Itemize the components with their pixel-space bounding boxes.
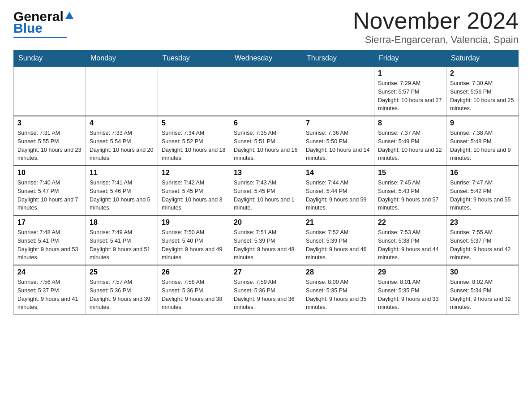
logo-divider [13, 37, 67, 38]
day-number: 2 [450, 69, 515, 77]
day-info: Sunrise: 7:48 AMSunset: 5:41 PMDaylight:… [17, 228, 82, 262]
calendar-cell: 19Sunrise: 7:50 AMSunset: 5:40 PMDayligh… [158, 215, 230, 265]
day-number: 14 [306, 169, 370, 177]
day-number: 18 [90, 218, 154, 227]
day-info: Sunrise: 7:31 AMSunset: 5:55 PMDaylight:… [17, 129, 82, 163]
day-info: Sunrise: 7:50 AMSunset: 5:40 PMDaylight:… [162, 228, 226, 262]
calendar-cell: 12Sunrise: 7:42 AMSunset: 5:45 PMDayligh… [158, 166, 230, 215]
day-info: Sunrise: 7:59 AMSunset: 5:36 PMDaylight:… [234, 278, 298, 312]
day-number: 29 [378, 268, 442, 276]
day-info: Sunrise: 7:34 AMSunset: 5:52 PMDaylight:… [162, 129, 226, 163]
day-info: Sunrise: 7:30 AMSunset: 5:56 PMDaylight:… [450, 79, 515, 113]
location: Sierra-Engarceran, Valencia, Spain [353, 34, 519, 46]
calendar-cell: 13Sunrise: 7:43 AMSunset: 5:45 PMDayligh… [230, 166, 302, 215]
day-number: 24 [17, 268, 82, 276]
calendar-cell: 18Sunrise: 7:49 AMSunset: 5:41 PMDayligh… [86, 215, 158, 265]
day-info: Sunrise: 7:45 AMSunset: 5:43 PMDaylight:… [378, 179, 442, 212]
calendar-cell: 6Sunrise: 7:35 AMSunset: 5:51 PMDaylight… [230, 116, 302, 166]
calendar-header-sunday: Sunday [14, 51, 86, 67]
calendar-cell: 27Sunrise: 7:59 AMSunset: 5:36 PMDayligh… [230, 265, 302, 315]
page-header: General Blue November 2024 Sierra-Engarc… [13, 9, 519, 46]
day-info: Sunrise: 7:51 AMSunset: 5:39 PMDaylight:… [234, 228, 298, 262]
calendar-cell: 29Sunrise: 8:01 AMSunset: 5:35 PMDayligh… [374, 265, 446, 315]
day-info: Sunrise: 8:00 AMSunset: 5:35 PMDaylight:… [306, 278, 370, 312]
day-info: Sunrise: 7:37 AMSunset: 5:49 PMDaylight:… [378, 129, 442, 163]
calendar-week-row: 3Sunrise: 7:31 AMSunset: 5:55 PMDaylight… [14, 116, 519, 166]
day-number: 1 [378, 69, 442, 77]
logo: General Blue [13, 9, 74, 38]
calendar-header-saturday: Saturday [446, 51, 519, 67]
day-info: Sunrise: 7:35 AMSunset: 5:51 PMDaylight:… [234, 129, 298, 163]
calendar-cell: 2Sunrise: 7:30 AMSunset: 5:56 PMDaylight… [446, 66, 519, 116]
calendar-cell: 5Sunrise: 7:34 AMSunset: 5:52 PMDaylight… [158, 116, 230, 166]
calendar-header-friday: Friday [374, 51, 446, 67]
day-number: 26 [162, 268, 226, 276]
calendar-header-monday: Monday [86, 51, 158, 67]
day-number: 3 [17, 119, 82, 127]
calendar-cell [302, 66, 374, 116]
day-number: 6 [234, 119, 298, 127]
logo-blue: Blue [13, 21, 43, 36]
day-number: 22 [378, 218, 442, 227]
day-info: Sunrise: 7:33 AMSunset: 5:54 PMDaylight:… [90, 129, 154, 163]
day-number: 20 [234, 218, 298, 227]
calendar-cell: 10Sunrise: 7:40 AMSunset: 5:47 PMDayligh… [14, 166, 86, 215]
calendar-cell [86, 66, 158, 116]
day-info: Sunrise: 7:41 AMSunset: 5:46 PMDaylight:… [90, 179, 154, 212]
day-number: 21 [306, 218, 370, 227]
day-number: 25 [90, 268, 154, 276]
calendar-cell: 4Sunrise: 7:33 AMSunset: 5:54 PMDaylight… [86, 116, 158, 166]
day-number: 7 [306, 119, 370, 127]
calendar-week-row: 17Sunrise: 7:48 AMSunset: 5:41 PMDayligh… [14, 215, 519, 265]
day-info: Sunrise: 7:29 AMSunset: 5:57 PMDaylight:… [378, 79, 442, 113]
calendar-cell: 1Sunrise: 7:29 AMSunset: 5:57 PMDaylight… [374, 66, 446, 116]
calendar-cell: 20Sunrise: 7:51 AMSunset: 5:39 PMDayligh… [230, 215, 302, 265]
calendar-cell [158, 66, 230, 116]
day-number: 19 [162, 218, 226, 227]
calendar-cell: 23Sunrise: 7:55 AMSunset: 5:37 PMDayligh… [446, 215, 519, 265]
day-number: 8 [378, 119, 442, 127]
svg-marker-0 [65, 12, 73, 19]
calendar-cell: 14Sunrise: 7:44 AMSunset: 5:44 PMDayligh… [302, 166, 374, 215]
day-number: 23 [450, 218, 515, 227]
day-number: 17 [17, 218, 82, 227]
day-number: 9 [450, 119, 515, 127]
calendar-cell: 15Sunrise: 7:45 AMSunset: 5:43 PMDayligh… [374, 166, 446, 215]
calendar-cell: 7Sunrise: 7:36 AMSunset: 5:50 PMDaylight… [302, 116, 374, 166]
calendar-header-tuesday: Tuesday [158, 51, 230, 67]
day-info: Sunrise: 8:01 AMSunset: 5:35 PMDaylight:… [378, 278, 442, 312]
calendar-header-wednesday: Wednesday [230, 51, 302, 67]
calendar-cell: 28Sunrise: 8:00 AMSunset: 5:35 PMDayligh… [302, 265, 374, 315]
day-number: 30 [450, 268, 515, 276]
day-number: 13 [234, 169, 298, 177]
day-number: 10 [17, 169, 82, 177]
month-title: November 2024 [353, 9, 519, 32]
day-info: Sunrise: 7:52 AMSunset: 5:39 PMDaylight:… [306, 228, 370, 262]
day-info: Sunrise: 7:43 AMSunset: 5:45 PMDaylight:… [234, 179, 298, 212]
day-info: Sunrise: 7:42 AMSunset: 5:45 PMDaylight:… [162, 179, 226, 212]
calendar-cell: 11Sunrise: 7:41 AMSunset: 5:46 PMDayligh… [86, 166, 158, 215]
day-info: Sunrise: 7:47 AMSunset: 5:42 PMDaylight:… [450, 179, 515, 212]
day-number: 12 [162, 169, 226, 177]
logo-triangle-icon [64, 11, 74, 21]
title-block: November 2024 Sierra-Engarceran, Valenci… [353, 9, 519, 46]
calendar-cell: 17Sunrise: 7:48 AMSunset: 5:41 PMDayligh… [14, 215, 86, 265]
calendar-header-row: SundayMondayTuesdayWednesdayThursdayFrid… [14, 51, 519, 67]
calendar-table: SundayMondayTuesdayWednesdayThursdayFrid… [13, 50, 519, 315]
calendar-cell [230, 66, 302, 116]
day-info: Sunrise: 7:55 AMSunset: 5:37 PMDaylight:… [450, 228, 515, 262]
calendar-cell: 3Sunrise: 7:31 AMSunset: 5:55 PMDaylight… [14, 116, 86, 166]
calendar-week-row: 24Sunrise: 7:56 AMSunset: 5:37 PMDayligh… [14, 265, 519, 315]
day-info: Sunrise: 7:53 AMSunset: 5:38 PMDaylight:… [378, 228, 442, 262]
day-number: 15 [378, 169, 442, 177]
day-info: Sunrise: 7:40 AMSunset: 5:47 PMDaylight:… [17, 179, 82, 212]
calendar-cell: 24Sunrise: 7:56 AMSunset: 5:37 PMDayligh… [14, 265, 86, 315]
calendar-header-thursday: Thursday [302, 51, 374, 67]
calendar-cell: 16Sunrise: 7:47 AMSunset: 5:42 PMDayligh… [446, 166, 519, 215]
calendar-cell: 26Sunrise: 7:58 AMSunset: 5:36 PMDayligh… [158, 265, 230, 315]
day-info: Sunrise: 7:56 AMSunset: 5:37 PMDaylight:… [17, 278, 82, 312]
calendar-cell: 22Sunrise: 7:53 AMSunset: 5:38 PMDayligh… [374, 215, 446, 265]
day-number: 11 [90, 169, 154, 177]
day-info: Sunrise: 7:36 AMSunset: 5:50 PMDaylight:… [306, 129, 370, 163]
day-info: Sunrise: 7:44 AMSunset: 5:44 PMDaylight:… [306, 179, 370, 212]
